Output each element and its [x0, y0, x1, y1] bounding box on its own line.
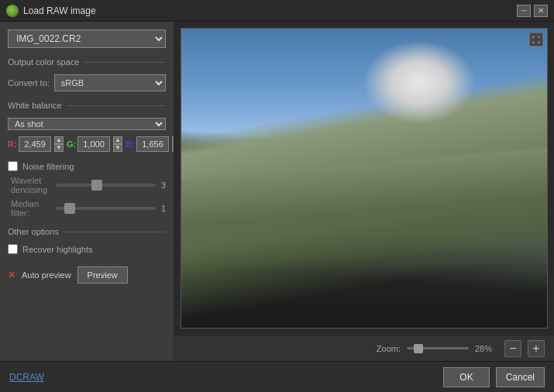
preview-button[interactable]: Preview — [77, 266, 128, 284]
dcraw-link[interactable]: DCRAW — [9, 372, 44, 383]
title-bar: Load RAW image ─ ✕ — [0, 0, 554, 22]
zoom-in-button[interactable]: + — [528, 340, 545, 357]
output-color-space-label: Output color space — [8, 57, 166, 67]
g-value-input[interactable] — [77, 136, 110, 152]
white-balance-label: White balance — [8, 101, 166, 110]
median-row: Median filter: 1 — [11, 199, 166, 218]
window-controls: ─ ✕ — [517, 5, 548, 17]
bottom-bar: DCRAW OK Cancel — [0, 361, 554, 392]
white-balance-section: White balance As shot R: ▲ ▼ G: ▲ ▼ B: — [8, 101, 166, 152]
file-select[interactable]: IMG_0022.CR2 — [8, 29, 166, 48]
wavelet-row: Wavelet denoising 3 — [11, 176, 166, 194]
bottom-buttons: OK Cancel — [443, 367, 545, 387]
color-space-select[interactable]: sRGB — [54, 74, 166, 91]
zoom-out-button[interactable]: − — [504, 340, 521, 357]
b-value-input[interactable] — [136, 136, 169, 152]
convert-to-label: Convert to: — [8, 78, 50, 88]
r-spin-buttons: ▲ ▼ — [54, 136, 64, 152]
other-options-section: Other options Recover highlights — [8, 227, 166, 254]
white-balance-select[interactable]: As shot — [8, 118, 166, 130]
g-spin-down[interactable]: ▼ — [113, 144, 122, 152]
wavelet-value: 3 — [160, 181, 166, 190]
file-selector: IMG_0022.CR2 — [8, 29, 166, 48]
wavelet-slider[interactable] — [56, 180, 156, 191]
output-color-space-section: Output color space Convert to: sRGB — [8, 57, 166, 91]
r-value-input[interactable] — [19, 136, 51, 152]
ok-button[interactable]: OK — [443, 367, 489, 387]
g-spin-buttons: ▲ ▼ — [113, 136, 122, 152]
zoom-slider[interactable] — [407, 343, 469, 354]
g-label: G: — [67, 139, 74, 149]
window-title: Load RAW image — [23, 5, 517, 16]
close-button[interactable]: ✕ — [534, 5, 548, 17]
cancel-button[interactable]: Cancel — [496, 367, 545, 387]
rgb-row: R: ▲ ▼ G: ▲ ▼ B: ▲ ▼ — [8, 136, 166, 152]
convert-to-row: Convert to: sRGB — [8, 74, 166, 91]
minimize-button[interactable]: ─ — [517, 5, 531, 17]
median-label: Median filter: — [11, 199, 51, 218]
noise-filtering-checkbox-label[interactable]: Noise filtering — [8, 161, 166, 171]
noise-filtering-label: Noise filtering — [22, 162, 74, 171]
auto-preview-label: Auto preview — [22, 270, 71, 280]
recover-highlights-label[interactable]: Recover highlights — [8, 244, 166, 254]
zoom-percent: 28% — [475, 344, 498, 353]
preview-row: ✕ Auto preview Preview — [8, 266, 166, 284]
main-layout: IMG_0022.CR2 Output color space Convert … — [0, 22, 554, 361]
image-area: ⛶ Zoom: 28% − + — [174, 22, 554, 361]
app-icon — [6, 5, 19, 17]
zoom-label: Zoom: — [377, 344, 401, 353]
x-icon: ✕ — [8, 270, 15, 280]
image-preview: ⛶ — [181, 28, 548, 328]
image-container: ⛶ — [174, 22, 554, 335]
b-label: B: — [126, 139, 133, 149]
left-panel: IMG_0022.CR2 Output color space Convert … — [0, 22, 174, 361]
r-spin-up[interactable]: ▲ — [54, 136, 64, 144]
noise-filtering-checkbox[interactable] — [8, 161, 18, 171]
wavelet-label: Wavelet denoising — [11, 176, 51, 194]
recover-highlights-text: Recover highlights — [22, 245, 93, 254]
r-label: R: — [8, 139, 15, 149]
median-value: 1 — [160, 204, 166, 213]
noise-filtering-section: Noise filtering Wavelet denoising 3 Medi… — [8, 161, 166, 218]
recover-highlights-checkbox[interactable] — [8, 244, 18, 254]
expand-button[interactable]: ⛶ — [529, 33, 543, 46]
zoom-bar: Zoom: 28% − + — [174, 335, 554, 361]
mountain-image — [181, 28, 548, 328]
other-options-label: Other options — [8, 227, 166, 236]
median-slider[interactable] — [56, 203, 156, 214]
r-spin-down[interactable]: ▼ — [54, 144, 64, 152]
g-spin-up[interactable]: ▲ — [113, 136, 122, 144]
